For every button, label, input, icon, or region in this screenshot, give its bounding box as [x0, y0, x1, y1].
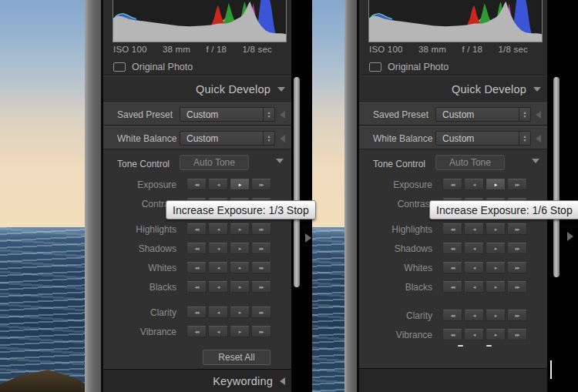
step-forward-double-button[interactable]: ▸▸: [507, 310, 527, 321]
step-forward-button[interactable]: ▸: [486, 281, 506, 293]
step-back-button[interactable]: ◂: [464, 243, 484, 254]
step-back-double-button[interactable]: ◂◂: [187, 243, 207, 254]
step-forward-double-button[interactable]: ▸▸: [507, 179, 527, 190]
step-forward-double-button[interactable]: ▸▸: [251, 243, 271, 254]
step-forward-double-button[interactable]: ▸▸: [507, 262, 527, 273]
step-back-double-button[interactable]: ◂◂: [442, 243, 462, 254]
step-back-button[interactable]: ◂: [464, 179, 484, 190]
step-back-button[interactable]: ◂: [464, 329, 484, 340]
step-back-double-button[interactable]: ◂◂: [187, 262, 207, 273]
histogram[interactable]: [368, 0, 543, 42]
original-photo-checkbox[interactable]: [113, 62, 126, 72]
white-balance-dropdown[interactable]: Custom ▲ ▼: [435, 131, 531, 146]
histogram[interactable]: [113, 0, 287, 42]
saved-preset-dropdown[interactable]: Custom ▲ ▼: [435, 107, 531, 122]
auto-tone-button[interactable]: Auto Tone: [435, 155, 505, 170]
step-back-double-button[interactable]: ◂◂: [442, 281, 462, 293]
adjustment-row-highlights: Highlights ◂◂ ◂ ▸ ▸▸: [359, 223, 547, 236]
step-forward-button[interactable]: ▸: [230, 281, 250, 293]
step-forward-button[interactable]: ▸: [230, 262, 250, 273]
step-back-double-button[interactable]: ◂◂: [442, 262, 462, 273]
step-back-double-button[interactable]: ◂◂: [187, 281, 207, 293]
step-back-button[interactable]: ◂: [208, 262, 228, 273]
step-forward-button[interactable]: ▸: [230, 179, 250, 190]
step-back-button[interactable]: ◂: [208, 326, 228, 337]
scrollbar-thumb[interactable]: [294, 77, 300, 287]
quick-develop-header[interactable]: Quick Develop: [359, 76, 547, 102]
keywording-header[interactable]: [359, 368, 547, 392]
step-forward-button[interactable]: ▸: [230, 243, 250, 254]
spinner-icon[interactable]: ▲ ▼: [263, 108, 274, 121]
step-forward-double-button[interactable]: ▸▸: [251, 307, 271, 318]
spinner-down-icon: ▼: [523, 139, 527, 142]
step-back-button[interactable]: ◂: [208, 243, 228, 254]
scrollbar-thumb[interactable]: [553, 77, 560, 277]
step-forward-double-button[interactable]: ▸▸: [251, 223, 271, 235]
adjustment-label: Vibrance: [103, 327, 176, 337]
step-back-double-button[interactable]: ◂◂: [442, 179, 462, 190]
clipped-text-fragment: [458, 345, 463, 347]
keywording-header[interactable]: Keywording: [103, 369, 291, 392]
step-back-button[interactable]: ◂: [208, 223, 228, 235]
adjustment-row-clarity: Clarity ◂◂ ◂ ▸ ▸▸: [103, 307, 291, 319]
step-back-button[interactable]: ◂: [464, 223, 484, 235]
step-forward-double-button[interactable]: ▸▸: [251, 326, 271, 337]
step-forward-button[interactable]: ▸: [486, 223, 506, 235]
step-forward-double-button[interactable]: ▸▸: [251, 179, 271, 190]
show-panel-arrow-icon[interactable]: [567, 232, 573, 241]
adjustment-label: Shadows: [103, 243, 176, 254]
step-back-button[interactable]: ◂: [208, 281, 228, 293]
original-photo-checkbox[interactable]: [369, 62, 381, 72]
tone-control-label: Tone Control: [373, 159, 425, 169]
auto-tone-button[interactable]: Auto Tone: [180, 155, 249, 170]
collapse-left-icon[interactable]: [280, 135, 285, 142]
step-back-double-button[interactable]: ◂◂: [187, 326, 207, 337]
saved-preset-dropdown[interactable]: Custom ▲ ▼: [180, 107, 275, 122]
step-back-double-button[interactable]: ◂◂: [442, 223, 462, 235]
step-forward-double-button[interactable]: ▸▸: [507, 329, 527, 340]
step-back-button[interactable]: ◂: [464, 310, 484, 321]
scrollbar-track[interactable]: [547, 0, 578, 392]
white-balance-dropdown[interactable]: Custom ▲ ▼: [180, 131, 275, 146]
step-back-button[interactable]: ◂: [464, 262, 484, 273]
chevron-down-icon[interactable]: [532, 159, 539, 163]
step-back-double-button[interactable]: ◂◂: [442, 310, 462, 321]
step-back-button[interactable]: ◂: [208, 307, 228, 318]
step-back-double-button[interactable]: ◂◂: [187, 223, 207, 235]
spinner-icon[interactable]: ▲ ▼: [519, 108, 530, 121]
adjustment-label: Highlights: [103, 224, 176, 235]
step-forward-double-button[interactable]: ▸▸: [507, 243, 527, 254]
step-forward-button[interactable]: ▸: [486, 310, 506, 321]
step-forward-button[interactable]: ▸: [486, 329, 506, 340]
collapse-left-icon[interactable]: [536, 135, 541, 142]
collapse-left-icon[interactable]: [536, 111, 541, 119]
spinner-icon[interactable]: ▲ ▼: [519, 132, 530, 145]
quick-develop-header[interactable]: Quick Develop: [103, 76, 291, 102]
step-forward-double-button[interactable]: ▸▸: [507, 223, 527, 235]
white-balance-value: Custom: [180, 133, 263, 144]
chevron-down-icon: [533, 87, 541, 92]
step-back-double-button[interactable]: ◂◂: [187, 179, 207, 190]
adjustment-row-exposure: Exposure ◂◂ ◂ ▸ ▸▸: [359, 179, 547, 191]
collapse-left-icon[interactable]: [280, 111, 285, 119]
reset-all-button[interactable]: Reset All: [203, 350, 271, 365]
step-forward-double-button[interactable]: ▸▸: [507, 281, 527, 293]
step-forward-double-button[interactable]: ▸▸: [251, 262, 271, 273]
step-forward-button[interactable]: ▸: [486, 179, 506, 190]
step-back-button[interactable]: ◂: [464, 281, 484, 293]
step-back-double-button[interactable]: ◂◂: [442, 329, 462, 340]
step-forward-button[interactable]: ▸: [486, 262, 506, 273]
chevron-down-icon[interactable]: [276, 159, 284, 163]
step-forward-button[interactable]: ▸: [230, 307, 250, 318]
exif-iso: ISO 100: [369, 45, 403, 54]
show-panel-arrow-icon[interactable]: [305, 233, 311, 243]
step-forward-double-button[interactable]: ▸▸: [251, 281, 271, 293]
step-forward-button[interactable]: ▸: [486, 243, 506, 254]
step-back-button[interactable]: ◂: [208, 179, 228, 190]
step-forward-button[interactable]: ▸: [230, 326, 250, 337]
step-back-double-button[interactable]: ◂◂: [187, 307, 207, 318]
step-forward-button[interactable]: ▸: [230, 223, 250, 235]
tooltip-increase-exposure-third-stop: Increase Exposure: 1/3 Stop: [166, 200, 316, 219]
spinner-down-icon: ▼: [267, 139, 271, 142]
spinner-icon[interactable]: ▲ ▼: [263, 132, 274, 145]
